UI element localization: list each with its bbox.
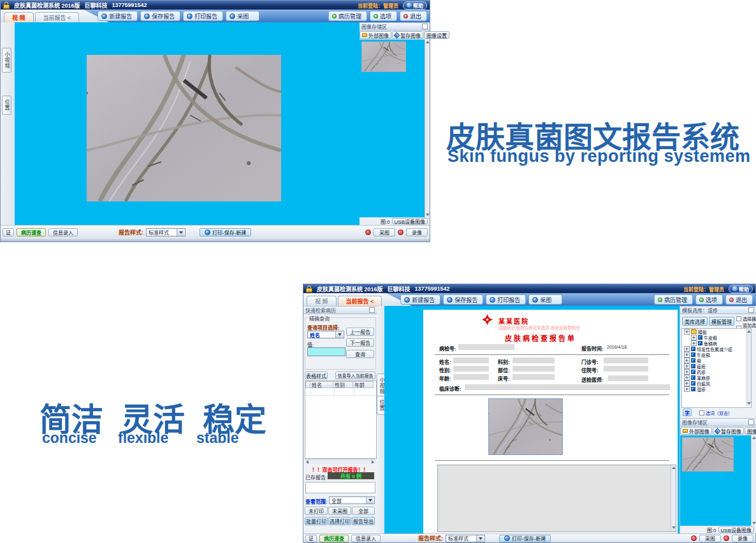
cert-button[interactable]: 证 bbox=[305, 535, 317, 542]
capture-button[interactable]: 采图 bbox=[528, 294, 562, 305]
print-report-button[interactable]: 打印报告 bbox=[183, 11, 223, 21]
tree-expand-icon[interactable] bbox=[691, 340, 697, 346]
template-tree[interactable]: 模板 牛皮癣 鱼鳞病 特发性色素减少症 牛皮癣 癣 痤疮 药疹 荨麻疹 白癜风 … bbox=[681, 328, 752, 408]
side-tab-position[interactable]: 位置 bbox=[2, 96, 11, 115]
dept-field[interactable] bbox=[512, 358, 555, 363]
usb-device-button[interactable]: USB设备图像 bbox=[718, 526, 754, 533]
report-microscope-image[interactable] bbox=[488, 398, 563, 455]
capture-button[interactable]: 采图 bbox=[226, 11, 259, 21]
exit-tab-button[interactable]: 退出 bbox=[725, 294, 753, 305]
export-report-button[interactable]: 报告导出 bbox=[352, 517, 375, 525]
scroll-down-icon[interactable] bbox=[747, 402, 751, 405]
library-select-button[interactable]: 类库选择 bbox=[682, 317, 708, 326]
new-report-button[interactable]: 新建报告 bbox=[400, 294, 440, 305]
tab-video[interactable]: 视 频 bbox=[4, 12, 34, 22]
tree-item[interactable]: 特发性色素减少症 bbox=[682, 346, 751, 352]
all-filter-button[interactable]: 全部 bbox=[352, 507, 375, 515]
capture-image-button[interactable]: 采图 bbox=[374, 228, 395, 236]
part-field[interactable] bbox=[512, 366, 555, 372]
age-field[interactable] bbox=[453, 374, 489, 380]
tree-expand-icon[interactable] bbox=[684, 380, 690, 386]
doctor-field[interactable] bbox=[608, 375, 648, 381]
tree-expand-icon[interactable] bbox=[684, 358, 690, 363]
batch-print-button[interactable]: 批量打印 bbox=[305, 517, 328, 525]
template-manage-button[interactable]: 模板管理 bbox=[709, 317, 734, 326]
table-row[interactable] bbox=[305, 388, 376, 396]
exam-no-field[interactable] bbox=[458, 344, 514, 350]
side-tab-mini-video[interactable]: 小视频 bbox=[2, 48, 11, 73]
scroll-down-icon[interactable] bbox=[752, 522, 756, 525]
report-style-select[interactable]: 标准样式 bbox=[446, 535, 485, 542]
tab-current-report[interactable]: 当前报告 < bbox=[35, 12, 80, 22]
diagnosis-field[interactable] bbox=[465, 384, 670, 390]
tab-current-report[interactable]: 当前报告 < bbox=[338, 296, 382, 306]
record-video-button[interactable]: 录像 bbox=[406, 228, 428, 236]
prev-report-button[interactable]: 上一报告 bbox=[346, 328, 374, 336]
help-button[interactable]: 帮助 bbox=[729, 285, 753, 293]
inpatient-no-field[interactable] bbox=[604, 366, 648, 372]
name-field[interactable] bbox=[453, 358, 489, 363]
tree-expand-icon[interactable] bbox=[684, 329, 690, 335]
view-range-select[interactable]: 全部 bbox=[329, 496, 375, 504]
thumbnail-image[interactable] bbox=[361, 41, 406, 72]
record-video-button[interactable]: 录像 bbox=[732, 535, 753, 542]
tree-item[interactable]: 湿疹 bbox=[682, 386, 751, 392]
panel-box-icon[interactable] bbox=[369, 307, 375, 313]
panel-box-icon[interactable] bbox=[748, 307, 754, 313]
table-h-scrollbar[interactable] bbox=[305, 459, 375, 464]
quick-search-button[interactable]: 病历速查 bbox=[17, 228, 46, 236]
scroll-up-icon[interactable] bbox=[752, 437, 756, 439]
new-report-button[interactable]: 新建报告 bbox=[98, 11, 138, 21]
panel-box-icon[interactable] bbox=[422, 24, 428, 29]
scroll-down-icon[interactable] bbox=[672, 526, 676, 529]
options-tab-button[interactable]: 选项 bbox=[370, 11, 397, 21]
scroll-up-icon[interactable] bbox=[747, 330, 751, 333]
help-button[interactable]: 帮助 bbox=[403, 1, 427, 10]
info-entry-button[interactable]: 信息录入 bbox=[48, 228, 78, 236]
report-text-area[interactable] bbox=[437, 465, 676, 532]
selector-checkbox[interactable]: 选择器 bbox=[736, 315, 756, 322]
tree-expand-icon[interactable] bbox=[684, 369, 690, 375]
select-print-button[interactable]: 选择打印 bbox=[328, 517, 351, 525]
pick-word-checkbox[interactable]: 选词（双击） bbox=[699, 410, 732, 416]
text-area-scrollbar[interactable] bbox=[671, 465, 676, 530]
tree-expand-icon[interactable] bbox=[691, 335, 697, 340]
panel-box-icon[interactable] bbox=[748, 419, 754, 425]
print-save-new-button[interactable]: 打印-保存-新建 bbox=[499, 535, 551, 542]
scroll-down-icon[interactable] bbox=[426, 214, 430, 216]
word-button[interactable]: 字 bbox=[683, 409, 692, 416]
tree-expand-icon[interactable] bbox=[684, 363, 690, 369]
print-save-new-button[interactable]: 打印-保存-新建 bbox=[200, 228, 251, 236]
tree-item[interactable]: 白癜风 bbox=[682, 380, 751, 386]
bed-field[interactable] bbox=[512, 374, 555, 380]
tree-item[interactable]: 药疹 bbox=[682, 369, 751, 375]
scroll-up-icon[interactable] bbox=[426, 41, 430, 43]
dropdown-arrow-icon[interactable] bbox=[476, 535, 484, 542]
query-item-select[interactable]: 姓名 bbox=[307, 331, 344, 338]
tree-expand-icon[interactable] bbox=[684, 386, 690, 392]
import-to-report-button[interactable]: 信息导入当前报告 bbox=[335, 372, 375, 379]
unprinted-filter-button[interactable]: 未打印 bbox=[305, 507, 328, 515]
capture-image-button[interactable]: 采图 bbox=[699, 535, 721, 542]
options-tab-button[interactable]: 选项 bbox=[695, 294, 723, 305]
external-image-button[interactable]: 外部图像 bbox=[360, 31, 391, 39]
temp-image-button[interactable]: 暂存图像 bbox=[392, 31, 423, 39]
temp-image-button[interactable]: 暂存图像 bbox=[713, 427, 744, 435]
table-style-button[interactable]: 表格样式 bbox=[305, 372, 328, 379]
value-input[interactable] bbox=[307, 347, 345, 356]
tree-scrollbar[interactable] bbox=[746, 329, 751, 406]
tree-item[interactable]: 牛皮癣 bbox=[682, 352, 751, 358]
save-report-button[interactable]: 保存报告 bbox=[140, 11, 180, 21]
tree-item[interactable]: 荨麻疹 bbox=[682, 375, 751, 380]
patient-table[interactable]: 姓名 性别 年龄 bbox=[305, 380, 377, 459]
image-settings-button[interactable]: 图像设置 bbox=[424, 31, 449, 39]
image-store-scrollbar[interactable] bbox=[751, 435, 756, 526]
exit-tab-button[interactable]: 退出 bbox=[400, 11, 427, 21]
report-style-select[interactable]: 标准样式 bbox=[146, 228, 185, 236]
save-report-button[interactable]: 保存报告 bbox=[443, 294, 483, 305]
tree-expand-icon[interactable] bbox=[684, 352, 690, 358]
dropdown-arrow-icon[interactable] bbox=[335, 331, 343, 338]
usb-device-button[interactable]: USB设备图像 bbox=[392, 218, 428, 224]
dropdown-arrow-icon[interactable] bbox=[366, 497, 374, 503]
quick-search-button[interactable]: 病历速查 bbox=[319, 535, 349, 542]
